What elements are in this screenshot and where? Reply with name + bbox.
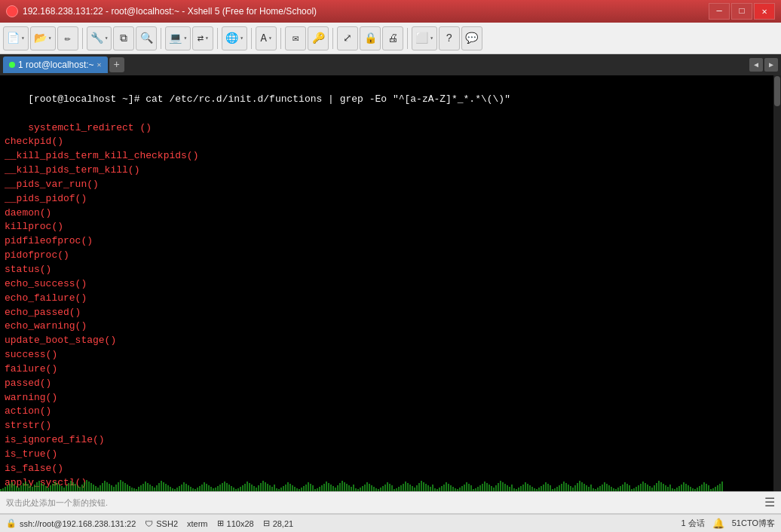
terminal-line: daemon() — [5, 207, 51, 219]
cols-label: 110x28 — [227, 519, 254, 528]
app-icon — [6, 5, 18, 17]
protocol-icon: 🛡 — [145, 519, 153, 528]
title-bar-controls: ─ □ ✕ — [709, 3, 775, 20]
status-connection: 🔒 ssh://root@192.168.238.131:22 — [6, 518, 136, 528]
quicklaunch-bar[interactable]: 双击此处添加一个新的按钮. ☰ — [0, 491, 781, 514]
tab-bar: 1 root@localhost:~ ✕ + ◀ ▶ — [0, 54, 781, 75]
key-icon: 🔑 — [312, 32, 325, 44]
terminal-line: killproc() — [5, 221, 63, 232]
help-button[interactable]: ? — [439, 26, 460, 50]
cols-icon: ⊞ — [217, 518, 224, 528]
terminal-line: __kill_pids_term_kill_checkpids() — [5, 150, 198, 161]
terminal-line: action() — [5, 405, 51, 417]
lock-status-icon: 🔒 — [6, 518, 17, 528]
quicklaunch-menu-icon[interactable]: ☰ — [764, 495, 775, 510]
tab-add-button[interactable]: + — [109, 57, 124, 72]
terminal-line: echo_passed() — [5, 307, 81, 318]
terminal-output: [root@localhost ~]# cat /etc/rc.d/init.d… — [5, 78, 776, 491]
lock-icon: 🔒 — [364, 32, 377, 44]
terminal-area[interactable]: [root@localhost ~]# cat /etc/rc.d/init.d… — [0, 75, 781, 491]
transfer-icon: ⇄ — [198, 32, 204, 44]
terminal-line: warning() — [5, 392, 57, 403]
compose-button[interactable]: ✉ — [285, 26, 306, 50]
toolbar-sep-5 — [280, 28, 281, 49]
terminal-line: success() — [5, 349, 57, 360]
squares-button[interactable]: ⬜ ▾ — [412, 26, 437, 50]
font-button[interactable]: A ▾ — [256, 26, 277, 50]
maximize-button[interactable]: □ — [731, 3, 752, 20]
terminal-line: __pids_var_run() — [5, 179, 99, 190]
new-button[interactable]: 📄 ▾ — [3, 26, 29, 50]
toolbar-sep-4 — [251, 28, 252, 49]
search-icon: 🔍 — [140, 32, 153, 44]
terminal-line: echo_warning() — [5, 320, 87, 332]
tab-next-button[interactable]: ▶ — [764, 58, 778, 72]
copy-icon: ⧉ — [120, 32, 127, 44]
status-protocol: 🛡 SSH2 — [145, 519, 178, 528]
terminal-line: is_ignored_file() — [5, 434, 105, 445]
sessions-label: 1 会话 — [681, 518, 705, 529]
status-encoding: xterm — [187, 519, 208, 528]
font-icon: A — [261, 32, 267, 44]
vertical-scrollbar[interactable] — [773, 75, 781, 491]
terminal-line: apply_sysctl() — [5, 477, 87, 488]
lock-button[interactable]: 🔒 — [360, 26, 381, 50]
properties-icon: 🔧 — [90, 32, 103, 44]
encoding-label: xterm — [187, 519, 208, 528]
tab-status-dot — [9, 62, 15, 68]
tab-nav: ◀ ▶ — [749, 58, 778, 72]
status-position: ⊟ 28,21 — [263, 518, 294, 528]
edit-button[interactable]: ✏️ — [57, 26, 78, 50]
compose-icon: ✉ — [292, 32, 299, 44]
open-button[interactable]: 📂 ▾ — [30, 26, 56, 50]
title-bar-left: 192.168.238.131:22 - root@localhost:~ - … — [6, 5, 317, 17]
pos-icon: ⊟ — [263, 518, 270, 528]
bell-icon: 🔔 — [712, 518, 724, 529]
protocol-label: SSH2 — [156, 519, 178, 528]
edit-icon: ✏️ — [64, 32, 70, 44]
close-button[interactable]: ✕ — [754, 3, 775, 20]
copy-button[interactable]: ⧉ — [113, 26, 134, 50]
shell-icon: 💻 — [169, 32, 182, 44]
tab-prev-button[interactable]: ◀ — [749, 58, 763, 72]
scrollbar-thumb[interactable] — [774, 76, 780, 106]
status-ssh-url: ssh://root@192.168.238.131:22 — [20, 519, 136, 528]
status-bar: 🔒 ssh://root@192.168.238.131:22 🛡 SSH2 x… — [0, 514, 781, 532]
shell-button[interactable]: 💻 ▾ — [165, 26, 191, 50]
terminal-line: __pids_pidof() — [5, 193, 87, 204]
comment-button[interactable]: 💬 — [461, 26, 482, 50]
terminal-line: echo_failure() — [5, 292, 87, 304]
find-button[interactable]: 🔍 — [136, 26, 157, 50]
comment-icon: 💬 — [465, 32, 478, 44]
brand-label: 51CTO博客 — [732, 518, 775, 529]
print-icon: 🖨 — [387, 32, 398, 44]
terminal-line: status() — [5, 264, 51, 275]
globe-button[interactable]: 🌐 ▾ — [222, 26, 247, 50]
tab-close-button[interactable]: ✕ — [97, 60, 102, 69]
pos-label: 28,21 — [273, 519, 294, 528]
transfer-button[interactable]: ⇄ ▾ — [192, 26, 213, 50]
properties-button[interactable]: 🔧 ▾ — [87, 26, 112, 50]
terminal-line: echo_success() — [5, 278, 87, 289]
print-button[interactable]: 🖨 — [382, 26, 403, 50]
terminal-line: __kill_pids_term_kill() — [5, 164, 139, 176]
squares-icon: ⬜ — [415, 32, 428, 44]
toolbar-sep-3 — [217, 28, 218, 49]
tab-label: 1 root@localhost:~ — [18, 60, 94, 70]
tab-session-1[interactable]: 1 root@localhost:~ ✕ — [3, 57, 108, 73]
open-icon: 📂 — [34, 32, 47, 44]
command-prompt: [root@localhost ~]# cat /etc/rc.d/init.d… — [28, 93, 510, 105]
window-title: 192.168.238.131:22 - root@localhost:~ - … — [23, 6, 317, 17]
title-bar: 192.168.238.131:22 - root@localhost:~ - … — [0, 0, 781, 23]
key-button[interactable]: 🔑 — [308, 26, 329, 50]
globe-icon: 🌐 — [225, 32, 238, 44]
minimize-button[interactable]: ─ — [709, 3, 730, 20]
terminal-output-lines: systemctl_redirect () checkpid() __kill_… — [5, 122, 198, 488]
toolbar-sep-1 — [82, 28, 83, 49]
fullscreen-button[interactable]: ⤢ — [337, 26, 358, 50]
terminal-line: is_false() — [5, 463, 63, 474]
terminal-line: strstr() — [5, 420, 51, 431]
toolbar-sep-2 — [161, 28, 161, 49]
toolbar-sep-7 — [407, 28, 408, 49]
toolbar-sep-6 — [332, 28, 333, 49]
